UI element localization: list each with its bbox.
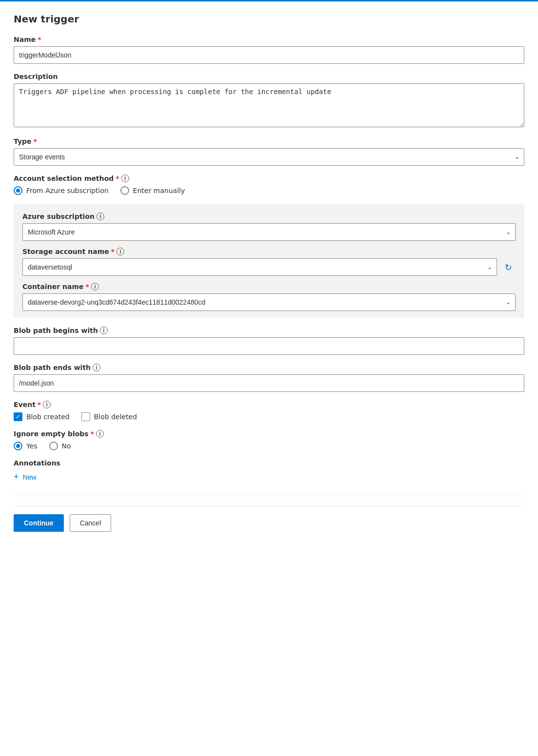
storage-account-select[interactable]: dataversetosql [22, 258, 497, 276]
container-name-group: Container name * i dataverse-devorg2-unq… [22, 283, 516, 311]
radio-no-circle [49, 442, 58, 450]
azure-subscription-group: Azure subscription i Microsoft Azure ⌄ [22, 213, 516, 241]
storage-account-required-star: * [111, 248, 115, 255]
cancel-button[interactable]: Cancel [70, 514, 112, 532]
blob-path-ends-info-icon[interactable]: i [93, 364, 100, 371]
name-required-star: * [38, 36, 41, 43]
container-name-select[interactable]: dataverse-devorg2-unq3cd674d243f4ec11811… [22, 293, 516, 311]
ignore-empty-blobs-group: Ignore empty blobs * i Yes No [14, 430, 524, 450]
blob-created-label: Blob created [26, 413, 70, 421]
radio-yes-circle [14, 442, 22, 450]
name-input[interactable] [14, 46, 524, 64]
container-name-select-wrapper: dataverse-devorg2-unq3cd674d243f4ec11811… [22, 293, 516, 311]
annotations-section: Annotations + New [14, 459, 524, 484]
type-field-group: Type * Storage events Schedule Tumbling … [14, 137, 524, 166]
annotations-label: Annotations [14, 459, 60, 467]
radio-yes-label: Yes [26, 442, 38, 450]
ignore-empty-blobs-info-icon[interactable]: i [96, 430, 104, 438]
add-annotation-label: New [23, 473, 37, 481]
description-field-group: Description Triggers ADF pipeline when p… [14, 73, 524, 129]
radio-no[interactable]: No [49, 442, 71, 450]
continue-button[interactable]: Continue [14, 514, 64, 532]
radio-enter-manually-circle [120, 186, 129, 195]
storage-account-info-icon[interactable]: i [116, 248, 124, 255]
new-trigger-panel: New trigger Name * Description Triggers … [0, 0, 538, 756]
radio-from-azure-circle [14, 186, 22, 195]
storage-account-refresh-icon[interactable]: ↻ [501, 260, 516, 274]
azure-subscription-label: Azure subscription [22, 213, 95, 220]
blob-path-begins-label: Blob path begins with [14, 327, 98, 334]
event-required-star: * [38, 401, 41, 408]
container-name-info-icon[interactable]: i [91, 283, 99, 291]
name-field-group: Name * [14, 36, 524, 64]
blob-path-ends-group: Blob path ends with i [14, 364, 524, 392]
blob-path-begins-group: Blob path begins with i [14, 327, 524, 355]
blob-path-begins-input[interactable] [14, 337, 524, 355]
description-input[interactable]: Triggers ADF pipeline when processing is… [14, 83, 524, 127]
storage-account-select-wrapper: dataversetosql ⌄ [22, 258, 497, 276]
type-select[interactable]: Storage events Schedule Tumbling window … [14, 148, 524, 166]
storage-account-select-row: dataversetosql ⌄ ↻ [22, 258, 516, 276]
container-name-label: Container name [22, 283, 84, 291]
event-info-icon[interactable]: i [43, 401, 51, 408]
radio-yes[interactable]: Yes [14, 442, 38, 450]
blob-deleted-option[interactable]: Blob deleted [81, 412, 137, 421]
account-selection-info-icon[interactable]: i [121, 174, 129, 182]
event-label: Event [14, 401, 36, 408]
storage-account-group: Storage account name * i dataversetosql … [22, 248, 516, 276]
azure-subscription-select[interactable]: Microsoft Azure [22, 223, 516, 241]
account-selection-label: Account selection method [14, 174, 114, 182]
azure-subscription-select-wrapper: Microsoft Azure ⌄ [22, 223, 516, 241]
account-selection-radio-group: From Azure subscription Enter manually [14, 186, 524, 195]
ignore-empty-blobs-label: Ignore empty blobs [14, 430, 89, 438]
panel-title: New trigger [14, 13, 524, 25]
blob-created-checkbox [14, 412, 22, 421]
blob-path-ends-input[interactable] [14, 374, 524, 392]
radio-enter-manually[interactable]: Enter manually [120, 186, 185, 195]
add-annotation-button[interactable]: + New [14, 470, 37, 484]
radio-no-label: No [62, 442, 71, 450]
event-checkbox-group: Blob created Blob deleted [14, 412, 524, 421]
blob-deleted-label: Blob deleted [94, 413, 137, 421]
blob-path-ends-label: Blob path ends with [14, 364, 91, 371]
name-label: Name [14, 36, 36, 43]
footer-buttons: Continue Cancel [14, 506, 524, 532]
type-required-star: * [34, 137, 37, 145]
blob-path-begins-info-icon[interactable]: i [100, 327, 108, 334]
footer-divider [14, 496, 524, 496]
radio-from-azure[interactable]: From Azure subscription [14, 186, 109, 195]
account-selection-required-star: * [115, 174, 119, 182]
storage-account-label: Storage account name [22, 248, 109, 255]
account-selection-group: Account selection method * i From Azure … [14, 174, 524, 195]
blob-created-option[interactable]: Blob created [14, 412, 70, 421]
event-field-group: Event * i Blob created Blob deleted [14, 401, 524, 421]
type-select-wrapper: Storage events Schedule Tumbling window … [14, 148, 524, 166]
blob-deleted-checkbox [81, 412, 90, 421]
ignore-empty-blobs-required-star: * [91, 430, 94, 438]
description-label: Description [14, 73, 58, 80]
container-name-required-star: * [86, 283, 89, 291]
ignore-empty-blobs-radio-group: Yes No [14, 442, 524, 450]
plus-icon: + [14, 472, 19, 482]
azure-sub-section: Azure subscription i Microsoft Azure ⌄ S… [14, 204, 524, 318]
radio-from-azure-label: From Azure subscription [26, 187, 109, 194]
azure-subscription-info-icon[interactable]: i [96, 213, 104, 220]
radio-enter-manually-label: Enter manually [133, 187, 185, 194]
type-label: Type [14, 137, 32, 145]
